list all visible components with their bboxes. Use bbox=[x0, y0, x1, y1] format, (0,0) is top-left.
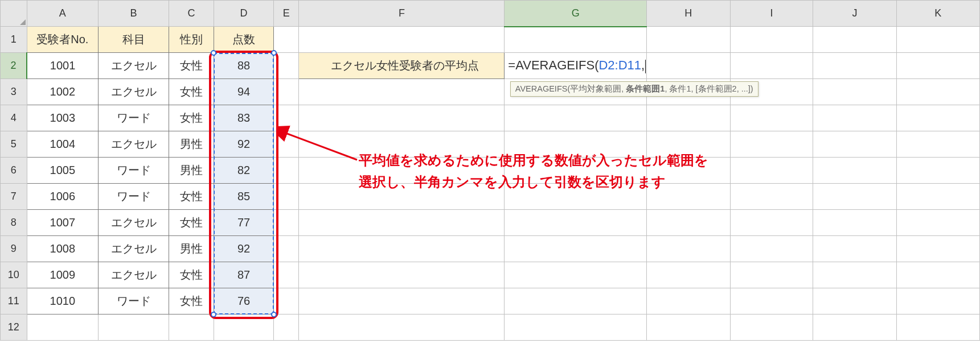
cell-K8[interactable] bbox=[896, 210, 979, 236]
cell-J4[interactable] bbox=[813, 105, 896, 131]
cell-H11[interactable] bbox=[647, 288, 730, 315]
row-header-8[interactable]: 8 bbox=[1, 210, 27, 236]
cell-D5[interactable]: 92 bbox=[214, 131, 273, 158]
cell-K12[interactable] bbox=[896, 315, 979, 341]
cell-G8[interactable] bbox=[505, 210, 647, 236]
cell-G4[interactable] bbox=[505, 105, 647, 131]
cell-D1[interactable]: 点数 bbox=[214, 27, 273, 53]
cell-H8[interactable] bbox=[647, 210, 730, 236]
cell-H9[interactable] bbox=[647, 236, 730, 262]
cell-F9[interactable] bbox=[299, 236, 505, 262]
cell-D3[interactable]: 94 bbox=[214, 79, 273, 105]
cell-E5[interactable] bbox=[274, 131, 299, 158]
cell-G11[interactable] bbox=[505, 288, 647, 315]
cell-F2[interactable]: エクセル女性受験者の平均点 bbox=[299, 53, 505, 79]
row-header-7[interactable]: 7 bbox=[1, 184, 27, 210]
cell-K9[interactable] bbox=[896, 236, 979, 262]
cell-E1[interactable] bbox=[274, 27, 299, 53]
cell-B3[interactable]: エクセル bbox=[99, 79, 169, 105]
column-header-A[interactable]: A bbox=[27, 1, 98, 27]
cell-B8[interactable]: エクセル bbox=[99, 210, 169, 236]
row-header-1[interactable]: 1 bbox=[1, 27, 27, 53]
row-header-10[interactable]: 10 bbox=[1, 262, 27, 288]
row-header-2[interactable]: 2 bbox=[1, 53, 27, 79]
cell-I11[interactable] bbox=[730, 288, 813, 315]
cell-G9[interactable] bbox=[505, 236, 647, 262]
cell-H12[interactable] bbox=[647, 315, 730, 341]
column-header-C[interactable]: C bbox=[169, 1, 214, 27]
cell-K11[interactable] bbox=[896, 288, 979, 315]
cell-C9[interactable]: 男性 bbox=[169, 236, 214, 262]
cell-F3[interactable] bbox=[299, 79, 505, 105]
row-header-6[interactable]: 6 bbox=[1, 158, 27, 184]
cell-E12[interactable] bbox=[274, 315, 299, 341]
cell-J11[interactable] bbox=[813, 288, 896, 315]
cell-A12[interactable] bbox=[27, 315, 98, 341]
column-header-D[interactable]: D bbox=[214, 1, 273, 27]
cell-G12[interactable] bbox=[505, 315, 647, 341]
cell-B7[interactable]: ワード bbox=[99, 184, 169, 210]
cell-J2[interactable] bbox=[813, 53, 896, 79]
cell-E10[interactable] bbox=[274, 262, 299, 288]
cell-C8[interactable]: 女性 bbox=[169, 210, 214, 236]
column-header-E[interactable]: E bbox=[274, 1, 299, 27]
cell-K7[interactable] bbox=[896, 184, 979, 210]
column-header-G[interactable]: G bbox=[505, 1, 647, 27]
cell-K4[interactable] bbox=[896, 105, 979, 131]
cell-B6[interactable]: ワード bbox=[99, 158, 169, 184]
cell-D2[interactable]: 88 bbox=[214, 53, 273, 79]
cell-I9[interactable] bbox=[730, 236, 813, 262]
cell-H4[interactable] bbox=[647, 105, 730, 131]
column-header-K[interactable]: K bbox=[896, 1, 979, 27]
column-header-H[interactable]: H bbox=[647, 1, 730, 27]
cell-G1[interactable] bbox=[505, 27, 647, 53]
cell-C12[interactable] bbox=[169, 315, 214, 341]
cell-F1[interactable] bbox=[299, 27, 505, 53]
cell-A7[interactable]: 1006 bbox=[27, 184, 98, 210]
row-header-4[interactable]: 4 bbox=[1, 105, 27, 131]
cell-H1[interactable] bbox=[647, 27, 730, 53]
cell-D9[interactable]: 92 bbox=[214, 236, 273, 262]
cell-A10[interactable]: 1009 bbox=[27, 262, 98, 288]
cell-A1[interactable]: 受験者No. bbox=[27, 27, 98, 53]
cell-B11[interactable]: ワード bbox=[99, 288, 169, 315]
cell-C10[interactable]: 女性 bbox=[169, 262, 214, 288]
cell-A5[interactable]: 1004 bbox=[27, 131, 98, 158]
cell-A2[interactable]: 1001 bbox=[27, 53, 98, 79]
cell-I4[interactable] bbox=[730, 105, 813, 131]
column-header-J[interactable]: J bbox=[813, 1, 896, 27]
row-header-12[interactable]: 12 bbox=[1, 315, 27, 341]
formula-cell[interactable]: =AVERAGEIFS(D2:D11, bbox=[505, 53, 647, 79]
cell-K3[interactable] bbox=[896, 79, 979, 105]
cell-C11[interactable]: 女性 bbox=[169, 288, 214, 315]
cell-D8[interactable]: 77 bbox=[214, 210, 273, 236]
cell-H2[interactable] bbox=[647, 53, 730, 79]
cell-I1[interactable] bbox=[730, 27, 813, 53]
cell-K2[interactable] bbox=[896, 53, 979, 79]
cell-I8[interactable] bbox=[730, 210, 813, 236]
column-header-F[interactable]: F bbox=[299, 1, 505, 27]
cell-J9[interactable] bbox=[813, 236, 896, 262]
cell-H10[interactable] bbox=[647, 262, 730, 288]
cell-J1[interactable] bbox=[813, 27, 896, 53]
cell-F10[interactable] bbox=[299, 262, 505, 288]
cell-D6[interactable]: 82 bbox=[214, 158, 273, 184]
cell-C7[interactable]: 女性 bbox=[169, 184, 214, 210]
cell-E7[interactable] bbox=[274, 184, 299, 210]
row-header-11[interactable]: 11 bbox=[1, 288, 27, 315]
cell-D11[interactable]: 76 bbox=[214, 288, 273, 315]
cell-A3[interactable]: 1002 bbox=[27, 79, 98, 105]
cell-D12[interactable] bbox=[214, 315, 273, 341]
cell-C1[interactable]: 性別 bbox=[169, 27, 214, 53]
cell-F11[interactable] bbox=[299, 288, 505, 315]
cell-J12[interactable] bbox=[813, 315, 896, 341]
cell-A6[interactable]: 1005 bbox=[27, 158, 98, 184]
column-header-I[interactable]: I bbox=[730, 1, 813, 27]
cell-B5[interactable]: エクセル bbox=[99, 131, 169, 158]
row-header-9[interactable]: 9 bbox=[1, 236, 27, 262]
cell-G10[interactable] bbox=[505, 262, 647, 288]
cell-J7[interactable] bbox=[813, 184, 896, 210]
cell-C4[interactable]: 女性 bbox=[169, 105, 214, 131]
cell-J10[interactable] bbox=[813, 262, 896, 288]
cell-E2[interactable] bbox=[274, 53, 299, 79]
